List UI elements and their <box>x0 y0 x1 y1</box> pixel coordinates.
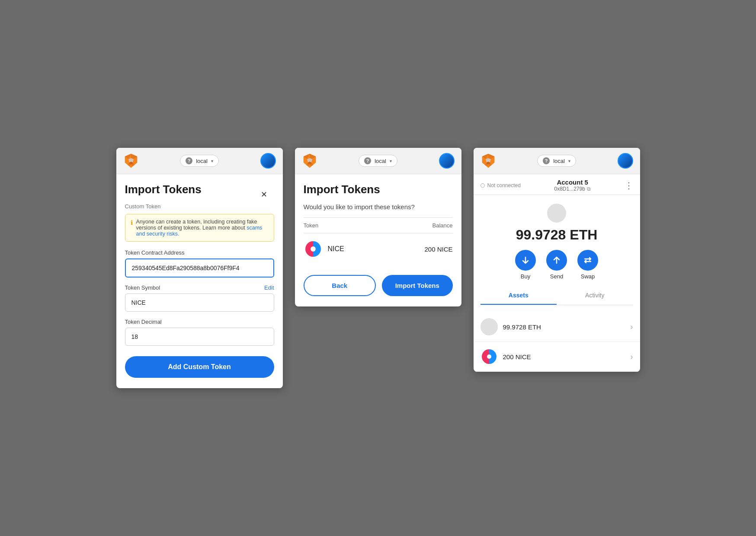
nice-token-icon-large <box>304 239 323 258</box>
network-label-2: local <box>375 158 386 164</box>
buy-action[interactable]: Buy <box>515 250 536 280</box>
edit-button[interactable]: Edit <box>264 284 274 291</box>
token-symbol-label: Token Symbol Edit <box>125 284 274 291</box>
swap-icon <box>577 250 598 271</box>
screen2-body: Import Tokens Would you like to import t… <box>295 174 461 306</box>
asset-left-nice: 200 NICE <box>481 348 531 365</box>
network-label-3: local <box>553 158 565 164</box>
account-options-button[interactable]: ⋮ <box>625 180 633 191</box>
back-button[interactable]: Back <box>304 275 376 296</box>
contract-address-label: Token Contract Address <box>125 249 274 256</box>
screen2-title: Import Tokens <box>304 183 453 196</box>
screen-import-form: ? local ▾ Import Tokens ✕ Custom Token ℹ… <box>116 148 283 388</box>
import-tokens-button[interactable]: Import Tokens <box>382 275 453 296</box>
asset-item-nice[interactable]: 200 NICE › <box>474 342 640 372</box>
avatar-1[interactable] <box>260 153 276 169</box>
contract-address-input[interactable] <box>125 258 274 278</box>
screen1-title-area: Import Tokens ✕ <box>125 183 274 196</box>
warning-icon: ℹ <box>131 219 133 226</box>
token-name-nice: NICE <box>328 245 344 253</box>
svg-point-33 <box>487 354 491 359</box>
col-header-balance: Balance <box>378 222 453 229</box>
tab-activity[interactable]: Activity <box>557 287 633 305</box>
help-icon-1: ? <box>186 157 192 164</box>
screen-wallet: ? local ▾ Not connected Account 5 0x8D1.… <box>474 148 640 372</box>
screen2-subtitle: Would you like to import these tokens? <box>304 203 453 211</box>
send-action[interactable]: Send <box>546 250 567 280</box>
send-label: Send <box>550 273 563 280</box>
warning-text: Anyone can create a token, including cre… <box>136 219 269 237</box>
network-selector-2[interactable]: ? local ▾ <box>359 155 397 167</box>
chevron-down-icon-2: ▾ <box>390 159 392 163</box>
screen2-buttons: Back Import Tokens <box>304 275 453 296</box>
swap-action[interactable]: Swap <box>577 250 598 280</box>
close-button-1[interactable]: ✕ <box>261 190 267 199</box>
token-col: NICE <box>304 239 378 258</box>
eth-chevron-icon: › <box>631 322 633 332</box>
assets-list: 99.9728 ETH › <box>474 312 640 372</box>
token-balance-nice: 200 NICE <box>378 246 453 253</box>
metamask-logo-2 <box>302 153 317 169</box>
metamask-logo-3 <box>481 153 496 169</box>
col-header-token: Token <box>304 222 378 229</box>
account-bar: Not connected Account 5 0x8D1...279b ⧉ ⋮ <box>474 174 640 195</box>
screen-import-confirm: ? local ▾ Import Tokens Would you like t… <box>295 148 461 306</box>
token-row-nice: NICE 200 NICE <box>304 233 453 265</box>
token-table-header: Token Balance <box>304 218 453 233</box>
account-name: Account 5 <box>554 179 591 186</box>
screen1-title: Import Tokens <box>125 183 274 196</box>
copy-address-icon[interactable]: ⧉ <box>587 186 591 192</box>
tabs-row: Assets Activity <box>481 287 633 305</box>
buy-label: Buy <box>521 273 530 280</box>
contract-address-group: Token Contract Address <box>125 249 274 278</box>
swap-label: Swap <box>581 273 595 280</box>
custom-token-label: Custom Token <box>125 203 274 210</box>
token-decimal-label: Token Decimal <box>125 319 274 325</box>
token-symbol-input[interactable] <box>125 294 274 312</box>
header-1: ? local ▾ <box>116 148 283 174</box>
network-label-1: local <box>196 158 208 164</box>
help-icon-3: ? <box>543 157 550 164</box>
nice-asset-icon <box>481 348 498 365</box>
token-decimal-group: Token Decimal <box>125 319 274 346</box>
avatar-2[interactable] <box>439 153 455 169</box>
header-2: ? local ▾ <box>295 148 461 174</box>
asset-item-eth[interactable]: 99.9728 ETH › <box>474 312 640 342</box>
send-icon <box>546 250 567 271</box>
token-table: Token Balance <box>304 217 453 265</box>
network-selector-3[interactable]: ? local ▾ <box>537 155 576 167</box>
account-address: 0x8D1...279b ⧉ <box>554 186 591 192</box>
tab-assets[interactable]: Assets <box>481 287 557 305</box>
add-custom-token-button[interactable]: Add Custom Token <box>125 356 274 378</box>
svg-point-21 <box>311 246 316 252</box>
warning-box: ℹ Anyone can create a token, including c… <box>125 214 274 242</box>
account-avatar <box>547 204 566 223</box>
screens-container: ? local ▾ Import Tokens ✕ Custom Token ℹ… <box>116 148 640 388</box>
not-connected-dot <box>481 183 485 188</box>
eth-asset-icon <box>481 318 498 335</box>
not-connected-label: Not connected <box>487 182 521 188</box>
help-icon-2: ? <box>364 157 371 164</box>
token-symbol-group: Token Symbol Edit <box>125 284 274 312</box>
chevron-down-icon-3: ▾ <box>568 159 570 163</box>
eth-asset-name: 99.9728 ETH <box>503 323 541 331</box>
eth-balance: 99.9728 ETH <box>516 227 598 243</box>
nice-chevron-icon: › <box>631 352 633 361</box>
balance-area: 99.9728 ETH Buy Sen <box>474 195 640 312</box>
connection-status: Not connected <box>481 182 521 188</box>
avatar-3[interactable] <box>618 153 633 169</box>
metamask-logo-1 <box>123 153 139 169</box>
account-info: Account 5 0x8D1...279b ⧉ <box>554 179 591 192</box>
nice-asset-name: 200 NICE <box>503 353 531 361</box>
token-decimal-input[interactable] <box>125 328 274 346</box>
header-3: ? local ▾ <box>474 148 640 174</box>
asset-left-eth: 99.9728 ETH <box>481 318 541 335</box>
network-selector-1[interactable]: ? local ▾ <box>180 155 219 167</box>
buy-icon <box>515 250 536 271</box>
action-buttons: Buy Send <box>515 250 598 280</box>
chevron-down-icon-1: ▾ <box>211 159 213 163</box>
screen1-body: Import Tokens ✕ Custom Token ℹ Anyone ca… <box>116 174 283 388</box>
